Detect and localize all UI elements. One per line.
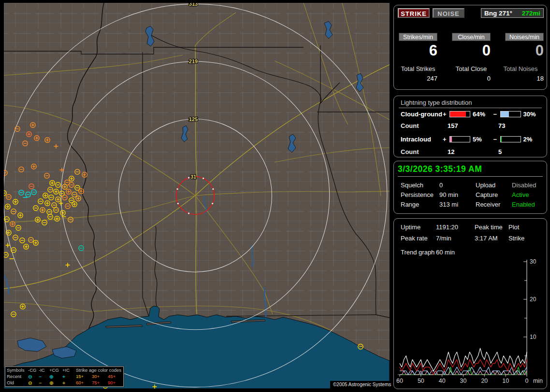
- total-noises-value: 18: [505, 75, 544, 82]
- legend-row-recent-label: Recent: [7, 374, 28, 379]
- plot-mode-value: Strike: [508, 235, 524, 242]
- map-legend: Symbols -CG -IC +CG +IC Strike age color…: [5, 366, 124, 387]
- recent-pos-ic-icon: +: [62, 374, 73, 379]
- close-per-min-header: Close/min: [452, 33, 491, 41]
- bearing-distance: 272mi: [522, 9, 540, 17]
- recent-neg-ic-icon: −: [39, 374, 49, 379]
- svg-text:20: 20: [481, 378, 488, 384]
- current-datetime: 3/3/2026 3:35:19 AM: [398, 164, 482, 174]
- receiver-label: Receiver: [476, 201, 500, 208]
- bearing-value: Bng 271°: [484, 9, 512, 17]
- uptime-label: Uptime: [401, 224, 420, 231]
- age-30: 30+: [92, 374, 108, 379]
- plus-sign: +: [443, 136, 449, 143]
- ic-positive-percent: 5%: [473, 136, 493, 143]
- squelch-value: 0: [439, 182, 443, 189]
- legend-col-pos-ic: +IC: [62, 367, 73, 373]
- cg-negative-count: 73: [498, 122, 505, 129]
- cg-negative-percent: 30%: [523, 111, 544, 118]
- cg-positive-count: 157: [448, 122, 458, 129]
- legend-col-pos-cg: +CG: [49, 367, 62, 373]
- peak-time-value: 3:17 AM: [475, 235, 498, 242]
- recent-pos-cg-icon: ⊕: [49, 374, 62, 379]
- svg-text:40: 40: [439, 378, 446, 384]
- squelch-row: Squelch 0 Upload Disabled: [394, 182, 547, 191]
- svg-text:10: 10: [502, 378, 509, 384]
- peak-rate-row: Peak rate 7/min 3:17 AM Strike: [394, 235, 547, 244]
- legend-age-title: Strike age color codes: [76, 367, 123, 373]
- upload-label: Upload: [476, 182, 495, 189]
- trend-series-+CG: [400, 360, 527, 375]
- ic-positive-bar: [449, 136, 470, 142]
- receiver-status: Enabled: [512, 201, 535, 208]
- cg-count-row: Count 157 73: [401, 122, 419, 129]
- persistence-value: 90 min: [439, 191, 458, 198]
- uptime-trend-panel: Uptime 1191:20 Peak time Plot Peak rate …: [393, 218, 547, 389]
- clock-status-panel: 3/3/2026 3:35:19 AM Squelch 0 Upload Dis…: [393, 161, 547, 214]
- legend-row-old-label: Old: [7, 380, 28, 385]
- svg-text:10: 10: [530, 334, 536, 340]
- total-close-value: 0: [452, 75, 491, 82]
- svg-text:31: 31: [190, 174, 196, 180]
- old-pos-ic-icon: +: [62, 380, 73, 385]
- lightning-map[interactable]: 31125219313 Symbols -CG -IC +CG +IC Stri…: [4, 3, 390, 389]
- strike-mode-button[interactable]: STRIKE: [398, 8, 430, 18]
- svg-text:313: 313: [189, 3, 198, 7]
- range-row: Range 313 mi Receiver Enabled: [394, 201, 547, 210]
- age-90: 90+: [108, 380, 123, 385]
- age-60: 60+: [76, 380, 92, 385]
- bearing-readout: Bng 271° 272mi: [481, 8, 544, 18]
- noises-per-min-header: Noises/min: [505, 33, 544, 41]
- cg-positive-bar: [449, 111, 470, 117]
- plot-label: Plot: [508, 224, 519, 231]
- plus-sign: +: [443, 111, 449, 118]
- noise-mode-button[interactable]: NOISE: [433, 8, 464, 18]
- persistence-row: Persistence 90 min Capture Active: [394, 191, 547, 201]
- intracloud-row: Intracloud + 5% − 2%: [401, 136, 544, 143]
- divider: [399, 108, 542, 108]
- old-neg-cg-icon: ⊖: [28, 380, 39, 385]
- intracloud-label: Intracloud: [401, 136, 443, 143]
- upload-status: Disabled: [512, 182, 536, 189]
- peak-rate-label: Peak rate: [401, 235, 428, 242]
- trend-graph: 1020306050403020100min: [395, 256, 547, 388]
- uptime-row: Uptime 1191:20 Peak time Plot: [394, 224, 547, 233]
- total-noises-label: Total Noises: [496, 65, 545, 72]
- cloud-ground-row: Cloud-ground + 64% − 30%: [401, 111, 544, 118]
- svg-text:30: 30: [530, 258, 536, 265]
- total-strikes-value: 247: [399, 75, 437, 82]
- trend-graph-period: 60 min: [436, 249, 455, 256]
- distribution-title: Lightning type distribution: [401, 99, 472, 106]
- map-canvas: 31125219313: [4, 3, 390, 389]
- old-neg-ic-icon: −: [39, 380, 49, 385]
- cloud-ground-label: Cloud-ground: [401, 111, 443, 118]
- legend-col-neg-cg: -CG: [28, 367, 39, 373]
- minus-sign: −: [493, 111, 500, 118]
- strikes-per-min-value: 6: [399, 42, 437, 59]
- close-per-min-value: 0: [452, 42, 491, 59]
- copyright-notice: ©2005 Astrogenic Systems: [330, 381, 394, 389]
- svg-text:50: 50: [418, 378, 424, 384]
- ic-negative-percent: 2%: [523, 136, 544, 143]
- count-label: Count: [401, 148, 419, 155]
- divider: [398, 176, 543, 177]
- capture-status: Active: [512, 191, 529, 198]
- recent-neg-cg-icon: ⊖: [28, 374, 39, 379]
- ic-count-row: Count 12 5: [401, 148, 419, 155]
- nexstorm-window: { "colors":{"accent_green":"#00e000","st…: [0, 0, 550, 392]
- cg-positive-percent: 64%: [473, 111, 493, 118]
- svg-text:125: 125: [189, 116, 198, 122]
- capture-label: Capture: [476, 191, 498, 198]
- ic-negative-bar: [500, 136, 521, 142]
- svg-text:30: 30: [460, 378, 467, 384]
- age-75: 75+: [92, 380, 108, 385]
- svg-text:20: 20: [530, 296, 536, 303]
- total-strikes-label: Total Strikes: [394, 65, 442, 72]
- noises-per-min-value: 0: [505, 42, 544, 59]
- uptime-value: 1191:20: [436, 224, 458, 231]
- trend-graph-label: Trend graph: [401, 249, 434, 256]
- legend-symbols-header: Symbols: [7, 367, 28, 373]
- svg-text:min: min: [533, 378, 543, 384]
- peak-rate-value: 7/min: [436, 235, 451, 242]
- strike-stats-panel: STRIKE NOISE Bng 271° 272mi Strikes/min …: [393, 5, 547, 90]
